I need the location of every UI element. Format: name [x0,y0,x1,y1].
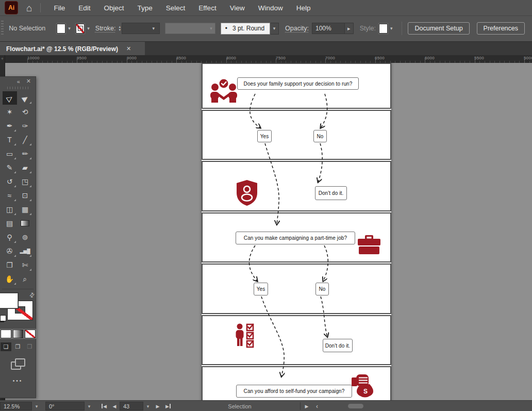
scroll-left-icon[interactable]: ‹ [312,402,322,410]
curvature-tool[interactable]: ✑ [18,119,32,133]
stroke-label[interactable]: Stroke: [95,25,116,32]
style-swatch[interactable] [379,24,388,34]
canvas[interactable]: Does your family support your decision t… [0,63,532,400]
panel-grip[interactable] [1,21,4,36]
person-checklist-icon[interactable] [234,323,255,349]
opacity-field[interactable]: 100% [312,23,345,34]
no-box-2[interactable]: No [315,283,329,295]
question-box-part-time-job[interactable]: Can you make campaigning a part-time job… [236,232,355,244]
question-box-self-fund[interactable]: Can you afford to self-fund your campaig… [236,385,352,398]
rectangle-tool[interactable]: ▭ [3,147,17,160]
slice-tool[interactable]: ✄ [18,258,32,272]
opacity-label[interactable]: Opacity: [285,25,309,32]
zoom-tool[interactable]: ⌕ [18,272,32,286]
artboard-navigation-field[interactable]: 43 [120,402,143,410]
document-tab[interactable]: Flowchart.ai* @ 12.5 % (RGB/Preview) ✕ [0,42,145,56]
stroke-weight-dropdown[interactable]: ▾ [122,23,160,34]
app-logo-icon[interactable]: Ai [5,1,18,14]
fill-chevron-icon[interactable]: ▾ [65,26,73,31]
artboard[interactable]: Does your family support your decision t… [202,63,391,400]
symbol-sprayer-tool[interactable]: ✇ [3,244,17,258]
fill-indicator[interactable] [0,292,19,309]
swap-fill-stroke-icon[interactable]: ⇄ [27,290,36,299]
style-chevron-icon[interactable]: ▾ [388,26,395,31]
scale-tool[interactable]: ◳ [18,175,32,188]
type-tool[interactable]: T [3,133,17,146]
stroke-color-swatch[interactable] [76,24,85,34]
question-box-family-support[interactable]: Does your family support your decision t… [237,77,359,90]
menu-item-view[interactable]: View [223,4,252,12]
artboard-tool[interactable]: ❐ [3,258,17,272]
zoom-chevron-icon[interactable]: ▾ [32,402,41,410]
brush-definition-dropdown[interactable]: • 3 pt. Round [221,23,270,35]
tools-close-icon[interactable]: ✕ [26,78,31,85]
gradient-button[interactable] [13,330,24,338]
rotation-chevron-icon[interactable]: ▾ [85,402,94,410]
screen-mode-icon[interactable] [11,358,25,370]
menu-item-type[interactable]: Type [131,4,159,12]
color-button[interactable] [1,330,11,338]
step-down-icon[interactable]: ▾ [119,28,121,31]
previous-artboard-button[interactable]: ◀ [109,402,120,410]
shield-person-icon[interactable] [236,179,258,206]
artboard-nav-chevron-icon[interactable]: ▾ [143,402,153,410]
perspective-grid-tool[interactable]: ▦ [18,203,32,216]
stroke-weight-stepper[interactable]: ▴ ▾ [119,25,121,31]
yes-box-1[interactable]: Yes [257,130,272,142]
blend-tool[interactable]: ⊚ [18,231,32,244]
document-setup-button[interactable]: Document Setup [408,22,469,35]
draw-behind-mode-icon[interactable]: ❐ [12,342,23,351]
menu-item-help[interactable]: Help [290,4,318,12]
preferences-button[interactable]: Preferences [477,22,525,35]
brush-chevron-button[interactable]: ▾ [270,23,279,35]
menu-item-select[interactable]: Select [159,4,192,12]
draw-normal-mode-icon[interactable]: ❏ [1,342,11,351]
rotation-field[interactable]: 0° [45,402,85,410]
dont-do-it-box-2[interactable]: Don't do it. [323,339,353,352]
eraser-tool[interactable]: ▰ [18,161,32,174]
horizontal-ruler[interactable]: 1000095009000850080007500700065006000550… [5,55,532,63]
status-display[interactable]: Selection [180,403,299,409]
zoom-level-field[interactable]: 12.5% [0,402,32,410]
selection-tool[interactable]: ▷ [3,91,17,105]
no-box-1[interactable]: No [313,130,327,142]
first-artboard-button[interactable]: ◀ [99,402,109,410]
menu-item-object[interactable]: Object [97,4,131,12]
default-fill-stroke-icon[interactable] [0,315,6,321]
last-artboard-button[interactable]: ▶ [163,402,173,410]
shape-builder-tool[interactable]: ◫ [3,203,17,216]
edit-toolbar-icon[interactable]: ••• [0,378,36,384]
briefcase-icon[interactable] [358,235,380,255]
width-tool[interactable]: ≈ [3,189,17,202]
stroke-chevron-icon[interactable]: ▾ [85,26,92,31]
menu-item-file[interactable]: File [47,4,72,12]
tools-drag-grip[interactable] [7,87,29,89]
tab-close-icon[interactable]: ✕ [126,45,131,52]
lasso-tool[interactable]: ⟲ [18,105,32,119]
pen-tool[interactable]: ✒ [3,119,17,133]
menu-item-effect[interactable]: Effect [192,4,223,12]
pencil-tool[interactable]: ✎ [3,161,17,174]
hand-tool[interactable]: ✋ [3,272,17,286]
eyedropper-tool[interactable]: ⚲ [3,231,17,244]
dont-do-it-box-1[interactable]: Don't do it. [315,186,347,200]
column-graph-tool[interactable]: ▂▅█ [18,244,32,258]
status-options-button[interactable]: ▶ [302,402,312,410]
direct-selection-tool[interactable]: ▶ [18,91,32,105]
free-transform-tool[interactable]: ⊡ [18,189,32,202]
fill-color-swatch[interactable] [57,24,65,34]
opacity-more-button[interactable]: ▸ [345,23,354,34]
yes-box-2[interactable]: Yes [254,283,268,295]
horizontal-scrollbar-thumb[interactable] [348,404,363,408]
mesh-tool[interactable]: ▤ [3,217,17,230]
line-segment-tool[interactable]: ╱ [18,133,32,146]
paintbrush-tool[interactable]: ✏ [18,147,32,160]
stroke-weight-chevron-icon[interactable]: ▾ [149,26,157,31]
rotate-tool[interactable]: ↺ [3,175,17,188]
menu-item-window[interactable]: Window [252,4,290,12]
none-button[interactable] [25,330,36,338]
magic-wand-tool[interactable]: ✶ [3,105,17,119]
family-handshake-check-icon[interactable] [209,79,238,104]
home-icon[interactable]: ⌂ [26,3,32,13]
money-bag-hand-icon[interactable]: S [352,373,375,398]
